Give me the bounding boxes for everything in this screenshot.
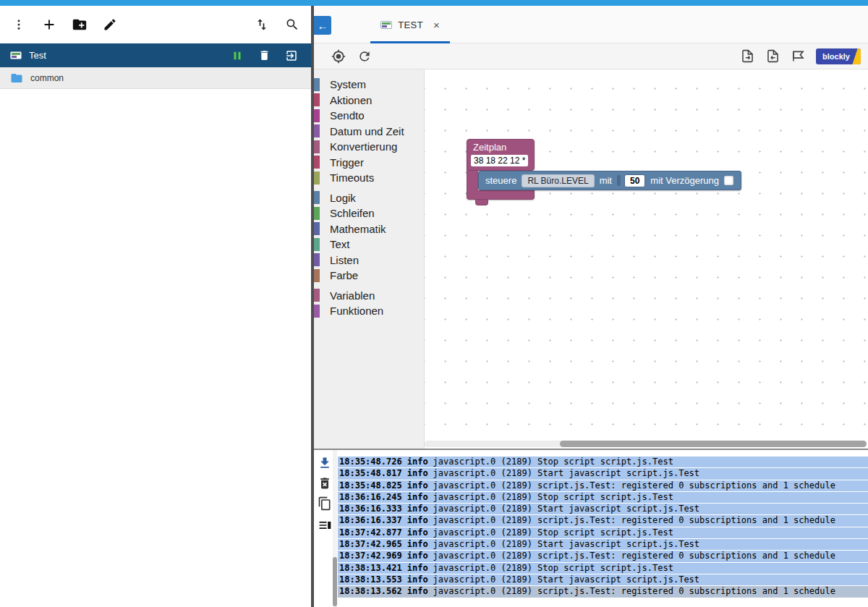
log-row[interactable]: 18:37:42.877infojavascript.0 (2189) Stop…: [338, 527, 868, 538]
log-scrollbar-track[interactable]: [333, 450, 337, 607]
clear-log-icon[interactable]: [318, 476, 332, 491]
log-scrollbar-thumb[interactable]: [333, 557, 337, 606]
category-label: Trigger: [330, 156, 364, 169]
category-schleifen[interactable]: Schleifen: [314, 205, 424, 221]
search-button[interactable]: [281, 13, 304, 36]
oid-field[interactable]: RL Büro.LEVEL: [522, 174, 594, 187]
log-message: javascript.0 (2189) Start javascript scr…: [433, 539, 699, 549]
log-row[interactable]: 18:36:16.245infojavascript.0 (2189) Stop…: [338, 492, 868, 503]
log-row[interactable]: 18:36:16.337infojavascript.0 (2189) scri…: [338, 515, 868, 526]
copy-log-icon[interactable]: [318, 496, 332, 511]
category-text[interactable]: Text: [314, 237, 424, 252]
category-label: Datum und Zeit: [330, 125, 404, 137]
log-level: info: [407, 551, 428, 561]
scroll-lock-icon[interactable]: [318, 518, 332, 532]
category-aktionen[interactable]: Aktionen: [314, 93, 424, 109]
category-color-strip: [314, 156, 320, 169]
category-mathematik[interactable]: Mathematik: [314, 221, 424, 237]
log-row[interactable]: 18:38:13.553infojavascript.0 (2189) Star…: [338, 574, 868, 585]
log-message: javascript.0 (2189) Stop script script.j…: [433, 492, 673, 502]
category-label: Variablen: [330, 289, 375, 302]
category-timeouts[interactable]: Timeouts: [314, 170, 424, 186]
category-datum-und-zeit[interactable]: Datum und Zeit: [314, 124, 424, 140]
log-panel: 18:35:48.726infojavascript.0 (2189) Stop…: [314, 449, 868, 607]
log-time: 18:37:42.965: [339, 539, 402, 549]
log-row[interactable]: 18:38:13.421infojavascript.0 (2189) Stop…: [338, 563, 868, 574]
refresh-icon[interactable]: [357, 49, 372, 64]
log-row[interactable]: 18:36:16.333infojavascript.0 (2189) Star…: [338, 504, 868, 514]
category-konvertierung[interactable]: Konvertierung: [314, 139, 424, 155]
schedule-block-header[interactable]: Zeitplan 38 18 22 12 *: [467, 139, 535, 171]
category-system[interactable]: System: [314, 77, 424, 93]
category-label: Konvertierung: [330, 140, 397, 153]
schedule-block-footer: [467, 190, 535, 200]
search-icon: [285, 17, 299, 32]
category-funktionen[interactable]: Funktionen: [314, 303, 424, 319]
validate-blocks-icon[interactable]: [791, 48, 806, 64]
log-message: javascript.0 (2189) Start javascript scr…: [433, 504, 699, 514]
editor-toolbar: blockly: [314, 43, 868, 69]
log-time: 18:36:16.245: [339, 492, 402, 502]
folder-item-common[interactable]: common: [0, 67, 311, 89]
tab-test[interactable]: TEST ×: [370, 6, 450, 43]
workspace-canvas[interactable]: Zeitplan 38 18 22 12 * steuere RL Büro.L…: [425, 69, 868, 449]
tab-bar: ← TEST ×: [314, 6, 868, 43]
pause-script-icon[interactable]: [231, 49, 244, 62]
category-trigger[interactable]: Trigger: [314, 155, 424, 171]
category-label: Funktionen: [330, 305, 383, 317]
category-color-strip: [314, 305, 320, 318]
import-blocks-icon[interactable]: [765, 48, 780, 64]
category-color-strip: [314, 289, 320, 302]
log-level: info: [407, 574, 428, 585]
sort-button[interactable]: [250, 13, 273, 36]
kebab-icon: [12, 18, 25, 31]
category-color-strip: [314, 269, 320, 282]
log-row[interactable]: 18:37:42.965infojavascript.0 (2189) Star…: [338, 539, 868, 550]
canvas-hscroll-thumb[interactable]: [560, 441, 867, 447]
folder-icon: [10, 72, 23, 85]
value-field[interactable]: 50: [624, 174, 645, 187]
log-time: 18:36:16.337: [339, 515, 402, 525]
category-sendto[interactable]: Sendto: [314, 108, 424, 124]
log-row[interactable]: 18:38:13.562infojavascript.0 (2189) scri…: [338, 586, 868, 597]
log-row[interactable]: 18:37:42.969infojavascript.0 (2189) scri…: [338, 551, 868, 561]
center-blocks-icon[interactable]: [331, 49, 346, 64]
control-block[interactable]: steuere RL Büro.LEVEL mit 50 mit Verzöge…: [478, 171, 741, 190]
delete-script-icon[interactable]: [258, 49, 271, 61]
script-title: Test: [29, 50, 231, 61]
cron-field[interactable]: 38 18 22 12 *: [471, 155, 528, 166]
export-blocks-icon[interactable]: [740, 48, 755, 64]
log-row[interactable]: 18:35:48.726infojavascript.0 (2189) Stop…: [338, 457, 868, 467]
category-farbe[interactable]: Farbe: [314, 268, 424, 284]
canvas-hscroll-track[interactable]: [425, 441, 866, 447]
show-code-toggle[interactable]: blockly: [816, 48, 861, 64]
plus-icon: [41, 17, 57, 33]
log-level: info: [407, 457, 428, 467]
open-script-icon[interactable]: [285, 49, 298, 62]
edit-script-button[interactable]: [98, 13, 122, 36]
log-level: info: [407, 563, 428, 573]
log-row[interactable]: 18:35:48.817infojavascript.0 (2189) Star…: [338, 468, 868, 479]
scripts-sidebar: Test common: [0, 6, 311, 607]
collapse-sidebar-button[interactable]: ←: [314, 16, 331, 35]
top-accent-bar: [0, 0, 868, 6]
script-item-test[interactable]: Test: [0, 43, 311, 67]
log-time: 18:36:16.333: [339, 504, 402, 514]
log-row[interactable]: 18:35:48.825infojavascript.0 (2189) scri…: [338, 480, 868, 491]
category-color-strip: [314, 238, 320, 251]
category-logik[interactable]: Logik: [314, 190, 424, 206]
delay-checkbox[interactable]: [724, 176, 733, 185]
category-color-strip: [314, 124, 320, 137]
download-log-icon[interactable]: [318, 456, 332, 470]
sidebar-toolbar: [0, 6, 311, 43]
close-tab-icon[interactable]: ×: [433, 20, 440, 30]
category-variablen[interactable]: Variablen: [314, 288, 424, 304]
category-listen[interactable]: Listen: [314, 252, 424, 268]
add-folder-button[interactable]: [68, 13, 91, 36]
log-message: javascript.0 (2189) script.js.Test: regi…: [433, 480, 835, 491]
menu-kebab-button[interactable]: [7, 13, 30, 36]
add-script-button[interactable]: [38, 13, 61, 36]
schedule-block-connector: [475, 200, 488, 205]
category-label: Text: [330, 238, 350, 250]
category-label: System: [330, 78, 366, 90]
